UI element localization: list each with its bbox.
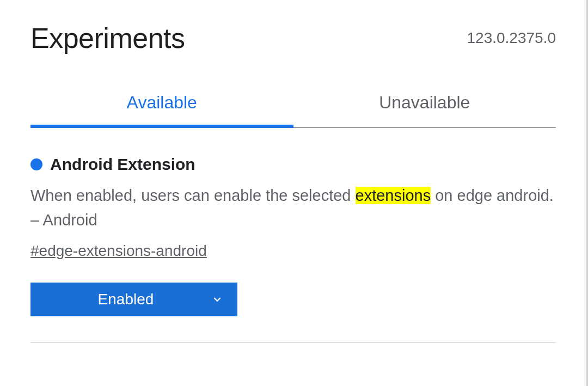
- tab-unavailable[interactable]: Unavailable: [293, 93, 556, 128]
- flag-anchor-link[interactable]: #edge-extensions-android: [30, 242, 207, 260]
- flag-title-row: Android Extension: [30, 155, 556, 174]
- flag-item: Android Extension When enabled, users ca…: [30, 155, 556, 343]
- version-label: 123.0.2375.0: [467, 29, 556, 47]
- chevron-down-icon: [211, 293, 223, 305]
- flag-divider: [30, 342, 556, 343]
- flag-title: Android Extension: [50, 155, 195, 174]
- dropdown-selected-label: Enabled: [98, 291, 154, 308]
- flag-desc-pre: When enabled, users can enable the selec…: [30, 187, 356, 204]
- page-title: Experiments: [30, 22, 185, 54]
- status-dot-icon: [30, 158, 42, 170]
- flag-desc-highlight: extensions: [356, 187, 431, 204]
- tabs: Available Unavailable: [30, 93, 556, 128]
- header: Experiments 123.0.2375.0: [30, 22, 556, 54]
- flag-description: When enabled, users can enable the selec…: [30, 183, 556, 232]
- flag-state-dropdown[interactable]: Enabled: [30, 283, 237, 316]
- tab-available[interactable]: Available: [30, 93, 293, 128]
